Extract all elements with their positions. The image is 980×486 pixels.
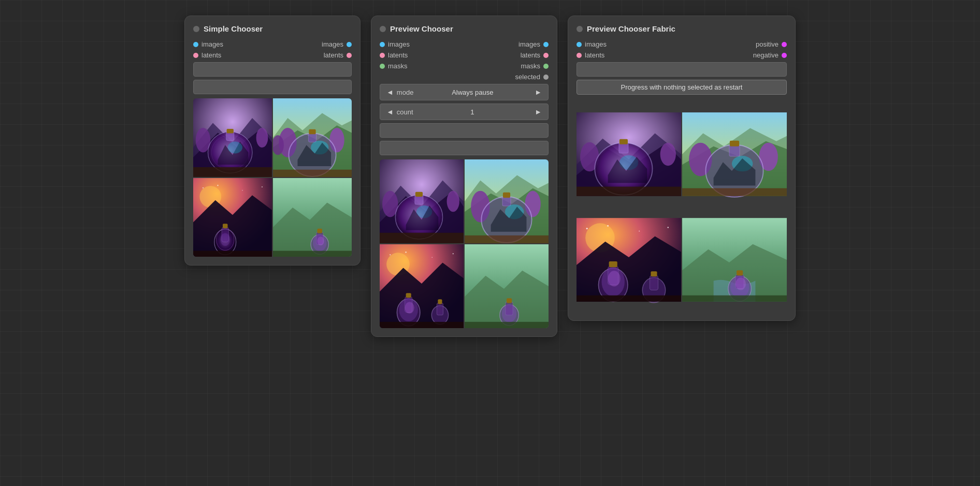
scene-svg-2 — [465, 159, 549, 243]
scene-svg-1 — [380, 159, 464, 243]
image-cell-2[interactable] — [682, 102, 787, 207]
image-cell-4[interactable] — [682, 208, 787, 312]
port-left-latents[interactable]: latents — [193, 51, 221, 59]
port-label-images-right: images — [322, 40, 343, 48]
svg-rect-87 — [507, 298, 512, 303]
port-dot-images-left — [577, 42, 582, 47]
port-label-latents-left: latents — [388, 51, 408, 59]
svg-point-88 — [502, 304, 516, 322]
svg-rect-132 — [737, 270, 743, 275]
image-cell-1[interactable] — [380, 159, 464, 243]
port-left-masks[interactable]: masks — [380, 62, 408, 70]
svg-rect-41 — [318, 229, 323, 233]
port-left-images[interactable]: images — [380, 40, 410, 48]
node-status-dot — [193, 26, 199, 32]
svg-rect-108 — [730, 141, 739, 146]
port-right-images[interactable]: images — [518, 40, 549, 48]
mode-prev-button[interactable]: ◄ — [383, 87, 397, 97]
port-dot-latents-left — [577, 53, 582, 58]
svg-rect-7 — [227, 129, 234, 134]
mode-control-row: ◄ mode Always pause ► — [380, 84, 549, 100]
image-cell-3[interactable] — [577, 208, 681, 312]
port-right-positive[interactable]: positive — [756, 40, 787, 48]
port-label-latents-left: latents — [585, 51, 604, 59]
port-dot-latents-left — [380, 53, 385, 58]
port-label-selected-right: selected — [515, 73, 540, 81]
simple-chooser-node: Simple Chooser images images latents lat… — [184, 16, 361, 266]
input-field-2[interactable] — [193, 80, 352, 94]
node-title: Preview Chooser Fabric — [587, 24, 675, 33]
svg-rect-72 — [406, 293, 411, 298]
scene-svg-1 — [193, 98, 272, 177]
port-dot-latents-right — [543, 53, 549, 58]
svg-point-123 — [586, 228, 588, 229]
port-left-latents[interactable]: latents — [577, 51, 604, 59]
svg-rect-44 — [273, 251, 352, 257]
preview-chooser-fabric-node: Preview Chooser Fabric images positive l… — [568, 16, 796, 321]
port-right-images[interactable]: images — [322, 40, 352, 48]
port-label-images-left: images — [388, 40, 410, 48]
svg-point-31 — [220, 233, 230, 246]
port-label-latents-left: latents — [201, 51, 221, 59]
scene-svg-2 — [273, 98, 352, 177]
svg-rect-122 — [651, 271, 657, 276]
node-title: Preview Chooser — [390, 24, 453, 33]
mode-value: Always pause — [413, 89, 531, 96]
port-label-latents-right: latents — [324, 51, 343, 59]
scene-svg-1 — [577, 102, 681, 207]
input-field-1[interactable] — [577, 62, 787, 77]
port-right-latents[interactable]: latents — [324, 51, 352, 59]
image-cell-3[interactable] — [380, 244, 464, 328]
svg-point-35 — [262, 186, 263, 187]
svg-rect-23 — [273, 170, 352, 177]
image-cell-4[interactable] — [273, 178, 352, 257]
ports-row-images: images positive — [577, 40, 787, 48]
node-status-dot — [380, 26, 386, 32]
mode-next-button[interactable]: ► — [531, 87, 545, 97]
port-dot-masks-right — [543, 64, 549, 69]
svg-point-81 — [453, 253, 454, 254]
count-next-button[interactable]: ► — [531, 107, 545, 117]
input-field-1[interactable] — [193, 62, 352, 77]
port-label-negative-right: negative — [753, 51, 779, 59]
svg-point-80 — [431, 257, 433, 258]
ports-row-selected: selected — [380, 73, 549, 81]
node-header: Preview Chooser Fabric — [577, 24, 787, 33]
node-title: Simple Chooser — [204, 24, 263, 33]
port-label-positive-right: positive — [756, 40, 779, 48]
count-value: 1 — [413, 108, 531, 116]
svg-rect-127 — [577, 296, 681, 302]
input-field-1[interactable] — [380, 123, 549, 138]
image-cell-2[interactable] — [465, 159, 549, 243]
svg-point-78 — [390, 254, 391, 255]
node-header: Preview Chooser — [380, 24, 549, 33]
port-left-images[interactable]: images — [193, 40, 223, 48]
image-cell-4[interactable] — [465, 244, 549, 328]
port-right-selected[interactable]: selected — [515, 73, 549, 81]
ports-row-images: images images — [380, 40, 549, 48]
svg-point-43 — [318, 237, 324, 245]
port-left-latents[interactable]: latents — [380, 51, 408, 59]
port-right-masks[interactable]: masks — [521, 62, 549, 70]
port-dot-images-right — [543, 42, 549, 47]
image-cell-1[interactable] — [193, 98, 272, 177]
port-left-images[interactable]: images — [577, 40, 607, 48]
image-cell-1[interactable] — [577, 102, 681, 207]
svg-rect-100 — [577, 187, 681, 196]
svg-rect-52 — [415, 192, 423, 197]
preview-chooser-node: Preview Chooser images images latents la… — [371, 16, 557, 337]
image-cell-2[interactable] — [273, 98, 352, 177]
port-label-images-right: images — [518, 40, 540, 48]
svg-rect-55 — [380, 233, 464, 243]
progress-restart-button[interactable]: Progress with nothing selected as restar… — [577, 80, 787, 95]
image-cell-3[interactable] — [193, 178, 272, 257]
scene-svg-3 — [380, 244, 464, 328]
ports-row-latents: latents latents — [193, 51, 352, 59]
port-label-latents-right: latents — [521, 51, 540, 59]
ports-row-images: images images — [193, 40, 352, 48]
count-prev-button[interactable]: ◄ — [383, 107, 397, 117]
port-right-negative[interactable]: negative — [753, 51, 787, 59]
svg-point-119 — [608, 271, 621, 286]
input-field-2[interactable] — [380, 141, 549, 155]
port-right-latents[interactable]: latents — [521, 51, 549, 59]
